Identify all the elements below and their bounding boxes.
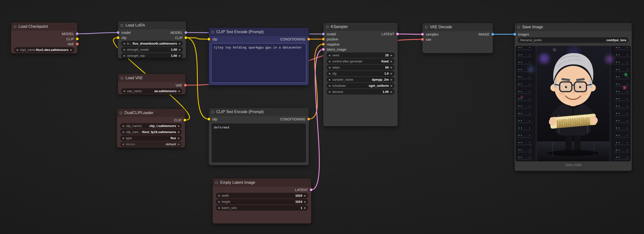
widget-lora-name[interactable]: ◀ lor... flux_dreambooth.safetensors ▶ [121,41,183,46]
next-arrow-icon[interactable]: ▶ [178,137,180,139]
next-arrow-icon[interactable]: ▶ [178,143,180,146]
prev-arrow-icon[interactable]: ◀ [328,84,330,87]
prev-arrow-icon[interactable]: ◀ [16,48,18,51]
model-output-port[interactable] [76,32,78,35]
latent-output-port[interactable] [396,33,399,35]
next-arrow-icon[interactable]: ▶ [178,131,180,133]
next-arrow-icon[interactable]: ▶ [390,84,392,87]
widget-height[interactable]: ◀ height 1024 ▶ [216,199,308,205]
decrement-arrow-icon[interactable]: ◀ [328,90,330,93]
decrement-arrow-icon[interactable]: ◀ [328,66,330,69]
collapse-dot-icon[interactable] [212,111,214,113]
positive-input-port[interactable] [322,38,325,40]
increment-arrow-icon[interactable]: ▶ [179,54,181,57]
prev-arrow-icon[interactable]: ◀ [328,78,330,81]
clip-output-port[interactable] [184,36,187,39]
widget-type[interactable]: ◀ type flux ▶ [120,135,182,141]
increment-arrow-icon[interactable]: ▶ [390,54,392,56]
samples-input-port[interactable] [421,33,424,36]
model-input-port[interactable] [117,31,120,34]
latent-image-input-port[interactable] [322,48,325,51]
prompt-textarea[interactable]: tjtoy toy holding sparkgpu gpu in a data… [211,43,306,83]
increment-arrow-icon[interactable]: ▶ [390,90,392,93]
model-output-port[interactable] [184,31,187,34]
node-header[interactable]: CLIP Text Encode (Prompt) [209,108,309,116]
increment-arrow-icon[interactable]: ▶ [390,72,392,75]
prev-arrow-icon[interactable]: ◀ [122,137,124,139]
prev-arrow-icon[interactable]: ◀ [122,143,124,146]
widget-ckpt-name[interactable]: ◀ ckpt_name flux1-dev.safetensors ▶ [14,47,74,53]
image-preview[interactable] [516,46,631,161]
increment-arrow-icon[interactable]: ▶ [304,200,306,203]
collapse-dot-icon[interactable] [517,26,520,28]
clip-output-port[interactable] [76,37,78,40]
node-ksampler[interactable]: KSampler model LATENT positive negative … [323,23,398,126]
model-input-port[interactable] [322,33,325,35]
widget-seed[interactable]: ◀ seed 25 ▶ [326,52,394,58]
clip-input-port[interactable] [117,36,120,39]
conditioning-output-port[interactable] [307,38,310,40]
node-header[interactable]: Load VAE [118,74,186,82]
node-load-vae[interactable]: Load VAE VAE ◀ vae_name ae.safetensors ▶ [118,74,186,94]
graph-canvas[interactable]: Load Checkpoint MODEL CLIP VAE ◀ ckpt_na… [0,0,644,234]
node-header[interactable]: CLIP Text Encode (Prompt) [209,28,309,36]
negative-input-port[interactable] [322,43,325,46]
widget-denoise[interactable]: ◀ denoise 1.00 ▶ [326,89,394,95]
collapse-dot-icon[interactable] [326,25,328,28]
collapse-dot-icon[interactable] [120,112,122,114]
vae-output-port[interactable] [76,43,78,45]
images-input-port[interactable] [514,33,516,36]
prev-arrow-icon[interactable]: ◀ [122,131,124,133]
decrement-arrow-icon[interactable]: ◀ [123,54,125,57]
decrement-arrow-icon[interactable]: ◀ [218,200,220,203]
next-arrow-icon[interactable]: ▶ [178,125,180,127]
decrement-arrow-icon[interactable]: ◀ [328,72,330,75]
collapse-dot-icon[interactable] [14,25,16,28]
widget-clip-name2[interactable]: ◀ clip_nam... t5xxl_fp16.safetensors ▶ [120,129,182,135]
widget-strength-clip[interactable]: ◀ strength_clip 1.00 ▶ [121,53,183,58]
prev-arrow-icon[interactable]: ◀ [123,42,125,45]
widget-clip-name1[interactable]: ◀ clip_name1 clip_l.safetensors ▶ [120,123,182,129]
widget-vae-name[interactable]: ◀ vae_name ae.safetensors ▶ [121,88,182,94]
widget-width[interactable]: ◀ width 1024 ▶ [216,193,308,198]
widget-device[interactable]: ◀ device default ▶ [120,141,182,147]
clip-output-port[interactable] [184,119,186,121]
node-save-image[interactable]: Save Image images filename_prefix comfyu… [514,23,632,171]
widget-steps[interactable]: ◀ steps 50 ▶ [326,65,394,70]
collapse-dot-icon[interactable] [212,31,214,33]
conditioning-output-port[interactable] [307,118,310,120]
node-clip-text-encode-negative[interactable]: CLIP Text Encode (Prompt) clip CONDITION… [209,108,309,165]
next-arrow-icon[interactable]: ▶ [70,48,72,51]
widget-filename-prefix[interactable]: filename_prefix comfyui_lora [518,37,628,43]
decrement-arrow-icon[interactable]: ◀ [123,48,125,51]
node-header[interactable]: DualCLIPLoader [117,109,185,117]
node-clip-text-encode-positive[interactable]: CLIP Text Encode (Prompt) clip CONDITION… [209,28,309,85]
prev-arrow-icon[interactable]: ◀ [122,125,124,127]
widget-scheduler[interactable]: ◀ scheduler sgm_uniform ▶ [326,83,394,88]
collapse-dot-icon[interactable] [120,24,123,27]
widget-cfg[interactable]: ◀ cfg 1.0 ▶ [326,71,394,76]
node-header[interactable]: KSampler [323,23,398,31]
clip-input-port[interactable] [208,118,210,120]
prompt-textarea[interactable]: deformed [211,123,306,163]
collapse-dot-icon[interactable] [215,181,218,184]
vae-output-port[interactable] [184,84,187,86]
node-load-lora[interactable]: Load LoRA model MODEL clip CLIP ◀ lor...… [118,21,186,58]
prev-arrow-icon[interactable]: ◀ [328,60,330,63]
widget-control-after-generate[interactable]: ◀ control after generate fixed ▶ [326,58,394,64]
widget-sampler-name[interactable]: ◀ sampler_name dpmpp_2m ▶ [326,77,394,82]
increment-arrow-icon[interactable]: ▶ [179,48,181,51]
increment-arrow-icon[interactable]: ▶ [304,207,306,209]
node-header[interactable]: VAE Decode [422,23,493,31]
increment-arrow-icon[interactable]: ▶ [390,66,392,69]
latent-output-port[interactable] [310,188,312,191]
collapse-dot-icon[interactable] [425,26,428,28]
next-arrow-icon[interactable]: ▶ [178,90,180,92]
prev-arrow-icon[interactable]: ◀ [123,90,125,92]
next-arrow-icon[interactable]: ▶ [390,60,392,63]
node-load-checkpoint[interactable]: Load Checkpoint MODEL CLIP VAE ◀ ckpt_na… [11,22,78,53]
collapse-dot-icon[interactable] [120,77,123,79]
decrement-arrow-icon[interactable]: ◀ [218,207,220,209]
increment-arrow-icon[interactable]: ▶ [304,194,306,197]
node-header[interactable]: Load LoRA [118,21,186,29]
